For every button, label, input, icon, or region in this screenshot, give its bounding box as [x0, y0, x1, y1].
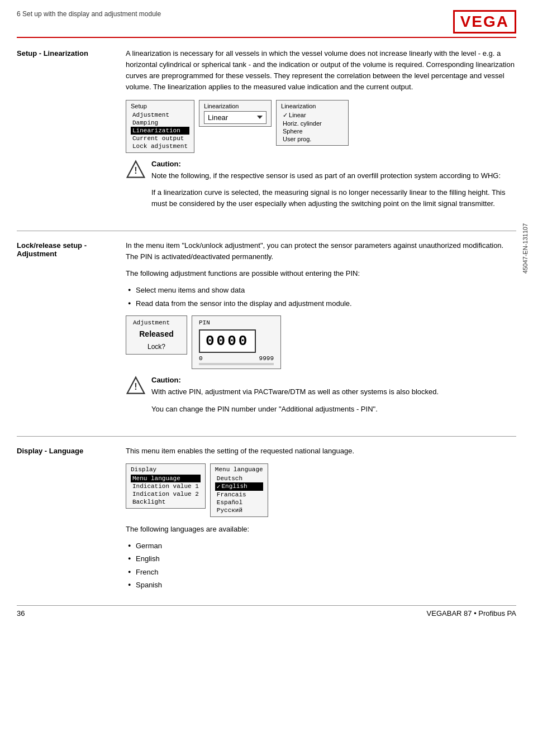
page-container: 6 Set up with the display and adjustment…: [0, 0, 533, 756]
lock-label: Lock?: [133, 343, 180, 351]
linearization-dropdown-panel: Linearization Linear: [199, 100, 272, 127]
pin-panel-title: PIN: [199, 319, 274, 326]
doc-number: 45047-EN-131107: [522, 223, 529, 274]
setup-item-current-output: Current output: [131, 135, 189, 142]
display-language-para1: This menu item enables the setting of th…: [126, 446, 516, 457]
option-sphere: Sphere: [281, 127, 344, 135]
lang-bullet-spanish: Spanish: [126, 580, 516, 591]
lang-panel-title: Menu language: [215, 466, 263, 473]
caution-para-2: If a linearization curve is selected, th…: [151, 187, 516, 209]
linearization-dropdown-row[interactable]: Linear: [204, 111, 266, 124]
lang-english: ✓ English: [215, 482, 263, 491]
language-bullet-list: German English French Spanish: [126, 540, 516, 591]
dropdown-arrow-icon: [257, 116, 263, 119]
caution-triangle-icon: !: [126, 160, 146, 180]
setup-linearization-para1: A linearization is necessary for all ves…: [126, 48, 516, 93]
pin-max: 9999: [259, 355, 274, 362]
adjustment-panel-title: Adjustment: [133, 319, 180, 326]
lock-release-label-col: Lock/release setup - Adjustment: [17, 240, 126, 426]
adjustment-panel: Adjustment Released Lock?: [126, 315, 187, 355]
display-menu-item-lang: Menu language: [131, 475, 201, 482]
setup-panel-title: Setup: [131, 103, 189, 109]
display-panel-title: Display: [131, 466, 201, 473]
lock-release-para2: The following adjustment functions are p…: [126, 268, 516, 279]
lock-release-label: Lock/release setup - Adjustment: [17, 241, 87, 258]
display-language-label: Display - Language: [17, 447, 83, 455]
lock-caution-para-1: With active PIN, adjustment via PACTware…: [151, 386, 516, 398]
vega-logo: VEGA: [453, 10, 516, 34]
section-divider-2: [17, 436, 516, 437]
section-display-language: Display - Language This menu item enable…: [17, 446, 516, 594]
linearization-options-title: Linearization: [281, 103, 344, 109]
setup-item-damping: Damping: [131, 119, 189, 127]
lock-caution-title: Caution:: [151, 376, 516, 384]
setup-item-adjustment: Adjustment: [131, 111, 189, 119]
linearization-ui-panels: Setup Adjustment Damping Linearization C…: [126, 100, 516, 153]
section-lock-release: Lock/release setup - Adjustment In the m…: [17, 240, 516, 426]
bullet-item-1: Select menu items and show data: [126, 285, 516, 296]
lang-bullet-english: English: [126, 553, 516, 564]
display-ui-panels: Display Menu language Indication value 1…: [126, 463, 516, 517]
option-linear: ✓ Linear: [281, 111, 344, 119]
page-header: 6 Set up with the display and adjustment…: [17, 10, 516, 38]
pin-value[interactable]: 0000: [199, 329, 256, 353]
lang-deutsch: Deutsch: [215, 475, 263, 482]
display-language-label-col: Display - Language: [17, 446, 126, 594]
released-text: Released: [133, 329, 180, 338]
page-number: 36: [17, 609, 25, 618]
display-language-content: This menu item enables the setting of th…: [126, 446, 516, 594]
display-menu-panel: Display Menu language Indication value 1…: [126, 463, 206, 509]
lock-release-content: In the menu item "Lock/unlock adjustment…: [126, 240, 516, 426]
caution-title-1: Caution:: [151, 160, 516, 168]
setup-menu-panel: Setup Adjustment Damping Linearization C…: [126, 100, 194, 153]
svg-text:!: !: [134, 165, 137, 175]
caution-content: Caution: Note the following, if the resp…: [151, 160, 516, 215]
display-menu-item-ind1: Indication value 1: [131, 482, 201, 490]
section-divider-1: [17, 231, 516, 231]
setup-item-lock-adjustment: Lock adjustment: [131, 142, 189, 150]
display-menu-item-ind2: Indication value 2: [131, 490, 201, 498]
caution-para-1: Note the following, if the respective se…: [151, 170, 516, 181]
checkmark-icon: ✓: [283, 112, 288, 119]
lock-release-bullet-list: Select menu items and show data Read dat…: [126, 285, 516, 309]
lang-russian: Русский: [215, 506, 263, 514]
linearization-options-panel: Linearization ✓ Linear Horiz. cylinder S…: [276, 100, 349, 146]
lock-caution-content: Caution: With active PIN, adjustment via…: [151, 376, 516, 420]
option-user-prog: User prog.: [281, 135, 344, 143]
linearization-dropdown-value: Linear: [208, 113, 228, 122]
product-name: VEGABAR 87 • Profibus PA: [427, 609, 516, 618]
option-horiz-cylinder: Horiz. cylinder: [281, 119, 344, 127]
section-setup-linearization: Setup - Linearization A linearization is…: [17, 48, 516, 221]
setup-linearization-content: A linearization is necessary for all ves…: [126, 48, 516, 221]
caution-triangle-icon-2: !: [126, 376, 146, 396]
header-breadcrumb: 6 Set up with the display and adjustment…: [17, 10, 161, 18]
lang-bullet-french: French: [126, 567, 516, 578]
lang-checkmark-icon: ✓: [217, 483, 221, 490]
linearization-caution: ! Caution: Note the following, if the re…: [126, 160, 516, 215]
lang-options-panel: Menu language Deutsch ✓ English Francais…: [210, 463, 268, 517]
lock-release-para1: In the menu item "Lock/unlock adjustment…: [126, 240, 516, 262]
lock-caution: ! Caution: With active PIN, adjustment v…: [126, 376, 516, 420]
setup-linearization-label: Setup - Linearization: [17, 49, 88, 58]
section-label-col: Setup - Linearization: [17, 48, 126, 221]
pin-panels: Adjustment Released Lock? PIN 0000 0 999…: [126, 315, 516, 369]
lang-bullet-german: German: [126, 540, 516, 552]
svg-text:!: !: [134, 382, 137, 392]
following-languages-label: The following languages are available:: [126, 524, 516, 535]
pin-slider: [199, 363, 274, 365]
display-menu-item-backlight: Backlight: [131, 498, 201, 506]
pin-range: 0 9999: [199, 355, 274, 362]
pin-panel: PIN 0000 0 9999: [192, 315, 281, 369]
lock-caution-para-2: You can change the PIN number under "Add…: [151, 404, 516, 415]
setup-item-linearization: Linearization: [131, 127, 189, 135]
bullet-item-2: Read data from the sensor into the displ…: [126, 298, 516, 309]
linearization-dropdown-title: Linearization: [204, 103, 266, 109]
pin-min: 0: [199, 355, 203, 362]
lang-espanol: Español: [215, 499, 263, 506]
lang-francais: Francais: [215, 491, 263, 499]
page-footer: 36 VEGABAR 87 • Profibus PA: [17, 605, 516, 618]
